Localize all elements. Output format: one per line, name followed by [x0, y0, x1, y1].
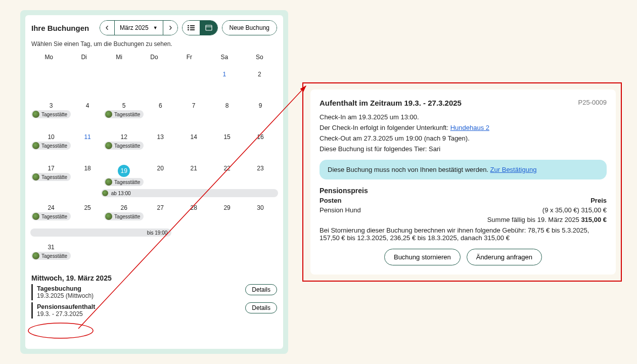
svg-rect-3	[190, 27, 195, 28]
svg-rect-4	[188, 29, 189, 30]
weekday: Do	[136, 54, 171, 61]
accommodation-line: Der Check-In erfolgt in folgender Unterk…	[320, 124, 607, 131]
cal-cell[interactable]: 23	[244, 158, 277, 189]
cancellation-note: Bei Stornierung dieser Buchung berechnen…	[320, 226, 607, 242]
cancel-booking-button[interactable]: Buchung stornieren	[384, 249, 461, 265]
prev-month-button[interactable]	[100, 21, 115, 35]
cal-cell[interactable]	[31, 64, 66, 95]
stay-bar-start: ab 13:00	[30, 189, 278, 197]
month-select[interactable]: März 2025 ▼	[115, 21, 163, 35]
details-button[interactable]: Details	[245, 284, 277, 295]
calendar-panel: Ihre Buchungen März 2025 ▼	[20, 10, 288, 354]
price-table-header: PostenPreis	[320, 197, 607, 204]
cal-cell[interactable]: 28	[177, 197, 210, 229]
weekday: Fr	[172, 54, 207, 61]
booking-item-stay: Pensionsaufenthalt 19.3. - 27.3.2025 Det…	[31, 302, 277, 318]
weekday: Mo	[31, 54, 66, 61]
cal-cell[interactable]: 3Tagesstätte	[31, 95, 71, 126]
svg-rect-1	[190, 25, 195, 26]
cal-cell[interactable]: 30	[244, 197, 277, 229]
cal-cell[interactable]: 14	[177, 126, 210, 158]
detail-title: Aufenthalt im Zeitraum 19.3. - 27.3.2025	[320, 99, 462, 107]
details-button[interactable]: Details	[245, 302, 277, 313]
caret-down-icon: ▼	[153, 25, 158, 30]
cal-cell[interactable]: 24Tagesstätte	[31, 197, 71, 229]
detail-panel: Aufenthalt im Zeitraum 19.3. - 27.3.2025…	[310, 89, 616, 275]
cal-cell[interactable]: 21	[177, 158, 210, 189]
cal-cell[interactable]: 13	[144, 126, 177, 158]
weekday: Mi	[102, 54, 136, 61]
cal-cell[interactable]: 18	[71, 158, 104, 189]
list-icon	[188, 25, 195, 31]
cal-cell[interactable]	[136, 64, 171, 95]
cal-cell[interactable]: 19Tagesstätte	[104, 158, 144, 189]
calendar-inner: Ihre Buchungen März 2025 ▼	[25, 15, 283, 349]
checkout-line: Check-Out am 27.3.2025 um 19:00 (nach 9 …	[320, 134, 607, 142]
cal-cell[interactable]	[102, 64, 136, 95]
daycare-tag: Tagesstätte	[31, 252, 71, 260]
svg-rect-6	[206, 25, 212, 30]
booking-title: Pensionsaufenthalt	[37, 303, 277, 310]
cal-cell[interactable]: 22	[210, 158, 244, 189]
request-change-button[interactable]: Änderung anfragen	[467, 249, 542, 265]
daycare-tag: Tagesstätte	[31, 142, 71, 150]
daycare-tag: Tagesstätte	[31, 110, 71, 118]
daycare-tag: Tagesstätte	[31, 212, 71, 220]
cal-cell[interactable]: 4	[71, 95, 104, 126]
weekday: Sa	[207, 54, 242, 61]
cal-cell[interactable]: 26Tagesstätte	[104, 197, 144, 229]
cal-cell[interactable]: 5Tagesstätte	[104, 95, 144, 126]
cal-cell[interactable]	[172, 64, 207, 95]
cal-cell[interactable]: 12Tagesstätte	[104, 126, 144, 158]
booking-item-daycare: Tagesbuchung 19.3.2025 (Mittwoch) Detail…	[31, 284, 277, 300]
cal-cell[interactable]: 11	[71, 126, 104, 158]
weekday: So	[242, 54, 277, 61]
weekday-header: Mo Di Mi Do Fr Sa So	[31, 54, 277, 61]
page-title: Ihre Buchungen	[31, 24, 96, 32]
cal-cell[interactable]: 6	[144, 95, 177, 126]
cal-cell[interactable]: 15	[210, 126, 244, 158]
next-month-button[interactable]	[163, 21, 177, 35]
stay-bar-end: bis 19:00	[30, 229, 278, 237]
cal-cell[interactable]: 7	[177, 95, 210, 126]
accommodation-link[interactable]: Hundehaus 2	[450, 124, 489, 131]
cal-cell[interactable]: 20	[144, 158, 177, 189]
confirm-link[interactable]: Zur Bestätigung	[490, 166, 537, 173]
booking-title: Tagesbuchung	[37, 285, 277, 292]
list-view-button[interactable]	[183, 21, 200, 35]
pet-line: Diese Buchung ist für folgendes Tier: Sa…	[320, 145, 607, 153]
new-booking-button[interactable]: Neue Buchung	[222, 21, 277, 35]
help-text: Wählen Sie einen Tag, um die Buchungen z…	[31, 40, 277, 48]
svg-rect-2	[188, 27, 189, 28]
cal-cell[interactable]: 10Tagesstätte	[31, 126, 71, 158]
confirmation-alert: Diese Buchung muss noch von Ihnen bestät…	[320, 160, 607, 179]
price-table-row: Pension Hund(9 x 35,00 €) 315,00 €	[320, 206, 607, 214]
checkin-line: Check-In am 19.3.2025 um 13:00.	[320, 113, 607, 121]
sum-row: Summe fällig bis 19. März 2025 315,00 €	[320, 216, 607, 223]
cal-cell[interactable]: 31Tagesstätte	[31, 237, 71, 268]
cal-cell[interactable]: 25	[71, 197, 104, 229]
weekday: Di	[66, 54, 101, 61]
calendar-icon	[205, 25, 212, 31]
cal-cell[interactable]: 27	[144, 197, 177, 229]
cal-cell[interactable]: 8	[210, 95, 244, 126]
cal-cell[interactable]: 2	[242, 64, 277, 95]
daycare-tag: Tagesstätte	[104, 142, 144, 150]
daycare-tag: Tagesstätte	[31, 173, 71, 181]
cal-cell[interactable]: 17Tagesstätte	[31, 158, 71, 189]
cal-cell[interactable]: 9	[244, 95, 277, 126]
booking-id: P25-0009	[578, 99, 607, 106]
daycare-tag: Tagesstätte	[104, 110, 144, 118]
cal-cell[interactable]	[66, 64, 101, 95]
chevron-right-icon	[168, 26, 172, 30]
cal-cell[interactable]: 1	[207, 64, 242, 95]
view-switcher	[182, 20, 218, 35]
detail-panel-outline: Aufenthalt im Zeitraum 19.3. - 27.3.2025…	[302, 82, 622, 282]
daycare-tag: Tagesstätte	[104, 212, 144, 220]
new-booking-group: Neue Buchung	[222, 20, 277, 35]
cal-cell[interactable]: 16	[244, 126, 277, 158]
month-switcher: März 2025 ▼	[100, 20, 178, 35]
calendar-grid: 1 2 3Tagesstätte 4 5Tagesstätte 6 7 8 9 …	[31, 64, 277, 268]
calendar-view-button[interactable]	[200, 21, 217, 35]
cal-cell[interactable]: 29	[210, 197, 244, 229]
